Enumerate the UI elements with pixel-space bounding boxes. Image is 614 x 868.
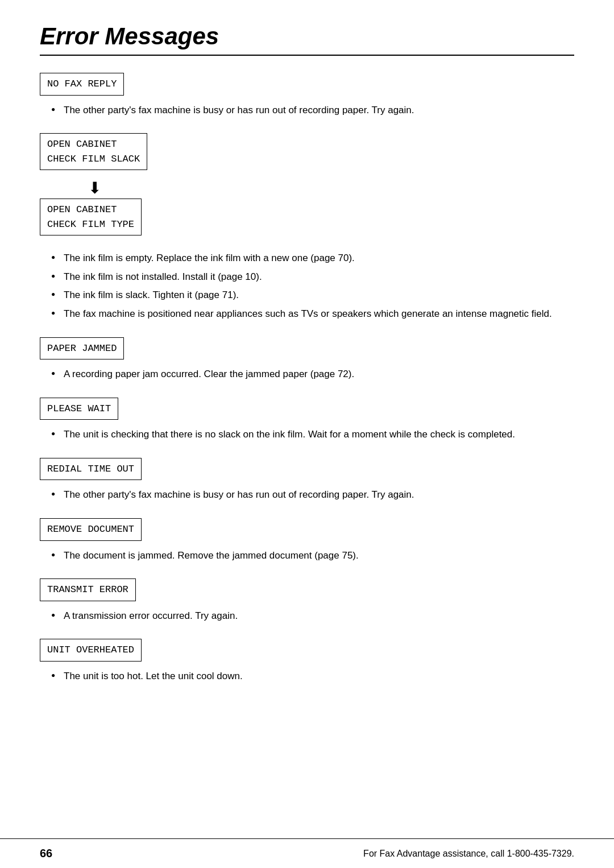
section-paper-jammed: PAPER JAMMED A recording paper jam occur… xyxy=(40,337,574,382)
section-open-cabinet: OPEN CABINETCHECK FILM SLACK ⬇ OPEN CABI… xyxy=(40,133,574,321)
list-item: The other party's fax machine is busy or… xyxy=(51,104,574,118)
list-item: The ink film is not installed. Install i… xyxy=(51,270,574,284)
title-divider xyxy=(40,55,574,56)
bullet-list-transmit-error: A transmission error occurred. Try again… xyxy=(51,609,574,623)
list-item: The ink film is slack. Tighten it (page … xyxy=(51,288,574,303)
bullet-list-paper-jammed: A recording paper jam occurred. Clear th… xyxy=(51,367,574,382)
list-item: The other party's fax machine is busy or… xyxy=(51,488,574,502)
footer-assistance-text: For Fax Advantage assistance, call 1-800… xyxy=(363,849,574,859)
arrow-container: ⬇ xyxy=(40,180,574,196)
error-code-please-wait: PLEASE WAIT xyxy=(40,398,118,420)
page-footer: 66 For Fax Advantage assistance, call 1-… xyxy=(0,838,614,868)
list-item: A recording paper jam occurred. Clear th… xyxy=(51,367,574,382)
bullet-list-open-cabinet: The ink film is empty. Replace the ink f… xyxy=(51,251,574,321)
error-code-unit-overheated: UNIT OVERHEATED xyxy=(40,639,142,662)
bullet-list-unit-overheated: The unit is too hot. Let the unit cool d… xyxy=(51,669,574,684)
down-arrow-icon: ⬇ xyxy=(88,180,101,196)
section-no-fax-reply: NO FAX REPLY The other party's fax machi… xyxy=(40,73,574,117)
list-item: A transmission error occurred. Try again… xyxy=(51,609,574,623)
bullet-list-please-wait: The unit is checking that there is no sl… xyxy=(51,428,574,442)
section-remove-document: REMOVE DOCUMENT The document is jammed. … xyxy=(40,518,574,563)
bullet-list-remove-document: The document is jammed. Remove the jamme… xyxy=(51,549,574,563)
error-code-open-cabinet-type: OPEN CABINETCHECK FILM TYPE xyxy=(40,199,142,235)
list-item: The ink film is empty. Replace the ink f… xyxy=(51,251,574,266)
page: Error Messages NO FAX REPLY The other pa… xyxy=(0,0,614,868)
bullet-list-no-fax-reply: The other party's fax machine is busy or… xyxy=(51,104,574,118)
error-code-open-cabinet-slack: OPEN CABINETCHECK FILM SLACK xyxy=(40,133,147,170)
list-item: The fax machine is positioned near appli… xyxy=(51,307,574,321)
error-code-transmit-error: TRANSMIT ERROR xyxy=(40,578,136,601)
error-code-no-fax-reply: NO FAX REPLY xyxy=(40,73,124,96)
list-item: The unit is too hot. Let the unit cool d… xyxy=(51,669,574,684)
error-code-remove-document: REMOVE DOCUMENT xyxy=(40,518,142,541)
list-item: The unit is checking that there is no sl… xyxy=(51,428,574,442)
error-code-redial-time-out: REDIAL TIME OUT xyxy=(40,458,142,481)
section-redial-time-out: REDIAL TIME OUT The other party's fax ma… xyxy=(40,458,574,502)
footer-page-number: 66 xyxy=(40,847,52,860)
error-code-paper-jammed: PAPER JAMMED xyxy=(40,337,124,360)
section-unit-overheated: UNIT OVERHEATED The unit is too hot. Let… xyxy=(40,639,574,683)
bullet-list-redial-time-out: The other party's fax machine is busy or… xyxy=(51,488,574,502)
list-item: The document is jammed. Remove the jamme… xyxy=(51,549,574,563)
section-transmit-error: TRANSMIT ERROR A transmission error occu… xyxy=(40,578,574,623)
section-please-wait: PLEASE WAIT The unit is checking that th… xyxy=(40,398,574,442)
page-title: Error Messages xyxy=(40,23,574,50)
